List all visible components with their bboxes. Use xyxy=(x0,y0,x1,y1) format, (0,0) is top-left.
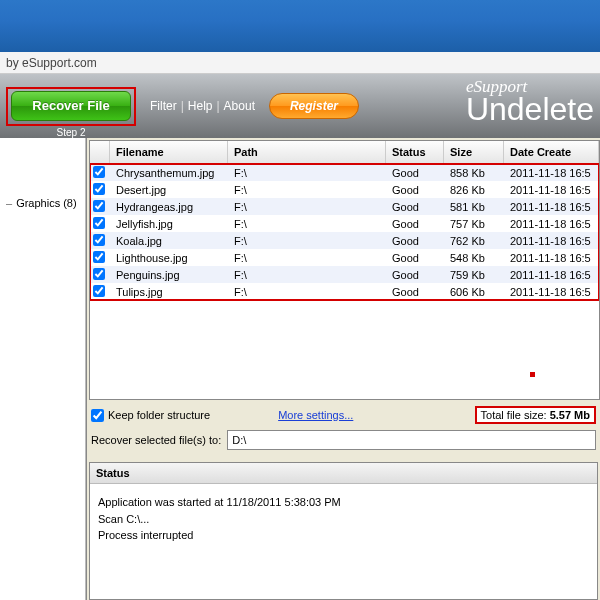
cell-filename: Tulips.jpg xyxy=(110,285,228,299)
status-line: Scan C:\... xyxy=(98,511,589,528)
cell-filename: Chrysanthemum.jpg xyxy=(110,166,228,180)
cell-date: 2011-11-18 16:5 xyxy=(504,166,599,180)
row-checkbox[interactable] xyxy=(93,285,105,297)
table-row[interactable]: Lighthouse.jpgF:\Good548 Kb2011-11-18 16… xyxy=(90,249,599,266)
cell-path: F:\ xyxy=(228,285,386,299)
cell-date: 2011-11-18 16:5 xyxy=(504,183,599,197)
keep-folder-input[interactable] xyxy=(91,409,104,422)
cell-date: 2011-11-18 16:5 xyxy=(504,217,599,231)
recover-to-row: Recover selected file(s) to: xyxy=(91,430,596,450)
status-body: Application was started at 11/18/2011 5:… xyxy=(90,484,597,554)
menu-about[interactable]: About xyxy=(224,99,255,113)
grid-header: Filename Path Status Size Date Create xyxy=(90,141,599,164)
file-grid: Filename Path Status Size Date Create Ch… xyxy=(89,140,600,400)
cell-status: Good xyxy=(386,268,444,282)
col-size[interactable]: Size xyxy=(444,141,504,163)
toolbar-menu: Filter| Help| About xyxy=(150,99,255,113)
cell-status: Good xyxy=(386,200,444,214)
cell-size: 757 Kb xyxy=(444,217,504,231)
col-path[interactable]: Path xyxy=(228,141,386,163)
table-row[interactable]: Chrysanthemum.jpgF:\Good858 Kb2011-11-18… xyxy=(90,164,599,181)
cell-size: 858 Kb xyxy=(444,166,504,180)
menu-help[interactable]: Help xyxy=(188,99,213,113)
cell-date: 2011-11-18 16:5 xyxy=(504,285,599,299)
vendor-bar: by eSupport.com xyxy=(0,52,600,74)
brand-logo: eSupport Undelete xyxy=(466,78,594,125)
status-line: Process interrupted xyxy=(98,527,589,544)
step-label: Step 2 xyxy=(8,127,134,138)
sidebar-item-graphics[interactable]: – Graphics (8) xyxy=(0,193,85,213)
cell-date: 2011-11-18 16:5 xyxy=(504,268,599,282)
table-row[interactable]: Hydrangeas.jpgF:\Good581 Kb2011-11-18 16… xyxy=(90,198,599,215)
recover-highlight: Recover File Step 2 xyxy=(6,87,136,126)
cell-date: 2011-11-18 16:5 xyxy=(504,234,599,248)
sidebar: – Graphics (8) xyxy=(0,138,86,600)
tree-collapse-icon: – xyxy=(6,197,12,209)
total-value: 5.57 Mb xyxy=(550,409,590,421)
cell-size: 762 Kb xyxy=(444,234,504,248)
row-checkbox[interactable] xyxy=(93,166,105,178)
status-panel: Status Application was started at 11/18/… xyxy=(89,462,598,600)
main-panel: Filename Path Status Size Date Create Ch… xyxy=(86,138,600,600)
row-checkbox[interactable] xyxy=(93,217,105,229)
row-checkbox[interactable] xyxy=(93,183,105,195)
cell-status: Good xyxy=(386,183,444,197)
cell-path: F:\ xyxy=(228,234,386,248)
cell-date: 2011-11-18 16:5 xyxy=(504,251,599,265)
cell-path: F:\ xyxy=(228,268,386,282)
recover-to-input[interactable] xyxy=(227,430,596,450)
table-row[interactable]: Koala.jpgF:\Good762 Kb2011-11-18 16:5 xyxy=(90,232,599,249)
cell-status: Good xyxy=(386,251,444,265)
row-checkbox[interactable] xyxy=(93,251,105,263)
keep-folder-checkbox[interactable]: Keep folder structure xyxy=(91,409,210,422)
cell-filename: Penguins.jpg xyxy=(110,268,228,282)
table-row[interactable]: Penguins.jpgF:\Good759 Kb2011-11-18 16:5 xyxy=(90,266,599,283)
total-file-size: Total file size: 5.57 Mb xyxy=(475,406,596,424)
brand-line2: Undelete xyxy=(466,93,594,125)
cell-size: 759 Kb xyxy=(444,268,504,282)
total-prefix: Total file size: xyxy=(481,409,550,421)
cell-status: Good xyxy=(386,285,444,299)
col-filename[interactable]: Filename xyxy=(110,141,228,163)
cell-filename: Desert.jpg xyxy=(110,183,228,197)
cell-status: Good xyxy=(386,217,444,231)
col-date[interactable]: Date Create xyxy=(504,141,599,163)
cell-status: Good xyxy=(386,166,444,180)
col-status[interactable]: Status xyxy=(386,141,444,163)
register-button[interactable]: Register xyxy=(269,93,359,119)
cell-size: 548 Kb xyxy=(444,251,504,265)
cell-path: F:\ xyxy=(228,200,386,214)
table-row[interactable]: Jellyfish.jpgF:\Good757 Kb2011-11-18 16:… xyxy=(90,215,599,232)
cell-path: F:\ xyxy=(228,183,386,197)
cell-filename: Hydrangeas.jpg xyxy=(110,200,228,214)
cell-filename: Jellyfish.jpg xyxy=(110,217,228,231)
cell-date: 2011-11-18 16:5 xyxy=(504,200,599,214)
sidebar-item-label: Graphics (8) xyxy=(16,197,77,209)
status-header: Status xyxy=(90,463,597,484)
recover-to-label: Recover selected file(s) to: xyxy=(91,434,221,446)
cell-filename: Koala.jpg xyxy=(110,234,228,248)
more-settings-link[interactable]: More settings... xyxy=(278,409,353,421)
cell-path: F:\ xyxy=(228,166,386,180)
cell-size: 581 Kb xyxy=(444,200,504,214)
annotation-dot xyxy=(530,372,535,377)
status-line: Application was started at 11/18/2011 5:… xyxy=(98,494,589,511)
toolbar: Recover File Step 2 Filter| Help| About … xyxy=(0,74,600,138)
row-checkbox[interactable] xyxy=(93,200,105,212)
cell-status: Good xyxy=(386,234,444,248)
cell-path: F:\ xyxy=(228,217,386,231)
cell-path: F:\ xyxy=(228,251,386,265)
window-titlebar xyxy=(0,0,600,52)
row-checkbox[interactable] xyxy=(93,234,105,246)
table-row[interactable]: Tulips.jpgF:\Good606 Kb2011-11-18 16:5 xyxy=(90,283,599,300)
recover-file-button[interactable]: Recover File xyxy=(11,91,131,121)
table-row[interactable]: Desert.jpgF:\Good826 Kb2011-11-18 16:5 xyxy=(90,181,599,198)
cell-size: 606 Kb xyxy=(444,285,504,299)
cell-filename: Lighthouse.jpg xyxy=(110,251,228,265)
row-checkbox[interactable] xyxy=(93,268,105,280)
cell-size: 826 Kb xyxy=(444,183,504,197)
keep-folder-label: Keep folder structure xyxy=(108,409,210,421)
menu-filter[interactable]: Filter xyxy=(150,99,177,113)
settings-row: Keep folder structure More settings... T… xyxy=(91,406,596,424)
grid-body: Chrysanthemum.jpgF:\Good858 Kb2011-11-18… xyxy=(90,164,599,300)
